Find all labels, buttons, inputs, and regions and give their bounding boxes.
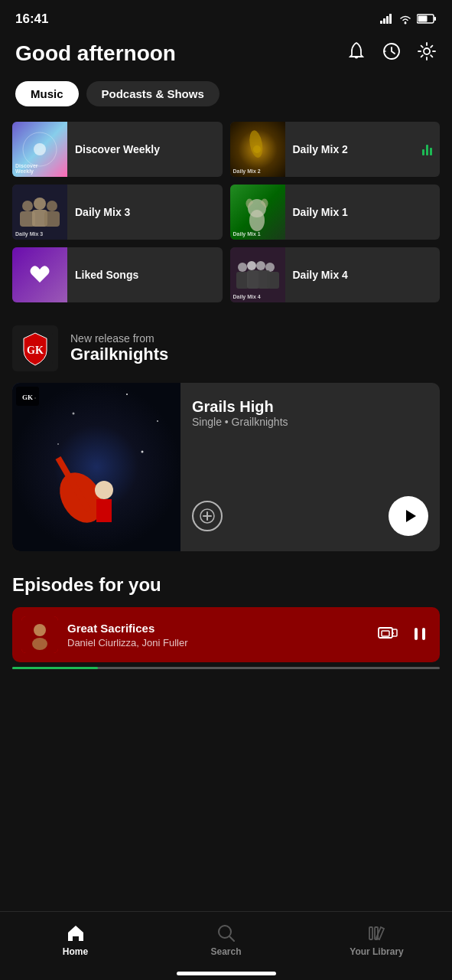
add-to-library-button[interactable] bbox=[192, 501, 223, 531]
playing-bar-1 bbox=[422, 149, 424, 155]
new-release-header: GK New release from Grailknights bbox=[0, 310, 452, 383]
episode-artist: Daniel Ciurlizza, Joni Fuller bbox=[67, 637, 368, 648]
svg-point-34 bbox=[73, 413, 75, 415]
svg-rect-60 bbox=[369, 927, 372, 939]
daily-mix-2-art bbox=[236, 129, 278, 171]
svg-point-12 bbox=[248, 129, 265, 158]
svg-rect-19 bbox=[44, 211, 60, 227]
svg-rect-6 bbox=[434, 17, 437, 21]
svg-point-50 bbox=[34, 624, 46, 636]
episode-art bbox=[21, 616, 58, 653]
art-daily-mix-4: Daily Mix 4 bbox=[230, 247, 285, 302]
svg-point-51 bbox=[32, 638, 47, 650]
tab-music[interactable]: Music bbox=[15, 81, 79, 106]
svg-rect-32 bbox=[12, 383, 180, 551]
grid-card-discover-weekly[interactable]: DiscoverWeekly Discover Weekly bbox=[12, 122, 223, 177]
grid-card-liked-songs[interactable]: Liked Songs bbox=[12, 247, 223, 302]
header: Good afternoon bbox=[0, 34, 452, 81]
art-daily-mix-3: Daily Mix 3 bbox=[12, 185, 67, 240]
nav-library[interactable]: Your Library bbox=[301, 920, 452, 961]
card-title-discover-weekly: Discover Weekly bbox=[67, 142, 223, 156]
episode-title: Great Sacrifices bbox=[67, 622, 368, 635]
grid-card-daily-mix-1[interactable]: Daily Mix 1 Daily Mix 1 bbox=[230, 185, 441, 240]
cast-button[interactable] bbox=[377, 623, 398, 647]
card-title-daily-mix-2: Daily Mix 2 bbox=[285, 142, 423, 156]
svg-rect-2 bbox=[386, 16, 389, 24]
svg-rect-57 bbox=[422, 628, 425, 640]
episode-card[interactable]: Great Sacrifices Daniel Ciurlizza, Joni … bbox=[12, 607, 440, 662]
svg-point-11 bbox=[34, 143, 46, 155]
svg-rect-7 bbox=[418, 16, 428, 22]
svg-rect-26 bbox=[236, 272, 249, 289]
card-title-daily-mix-4: Daily Mix 4 bbox=[285, 268, 441, 282]
svg-rect-27 bbox=[247, 270, 259, 289]
tab-podcasts[interactable]: Podcasts & Shows bbox=[86, 81, 219, 106]
daily-mix-1-art bbox=[236, 191, 278, 234]
release-art: GK bbox=[12, 383, 180, 551]
grailknights-logo: GK bbox=[16, 329, 54, 368]
status-icons bbox=[380, 14, 437, 24]
grid-card-daily-mix-4[interactable]: Daily Mix 4 Daily Mix 4 bbox=[230, 247, 441, 302]
svg-point-4 bbox=[405, 21, 407, 24]
play-icon bbox=[402, 508, 418, 524]
card-title-daily-mix-3: Daily Mix 3 bbox=[67, 205, 223, 219]
gear-icon bbox=[417, 41, 437, 61]
svg-point-24 bbox=[256, 261, 265, 270]
svg-point-13 bbox=[253, 145, 261, 153]
svg-rect-56 bbox=[415, 628, 418, 640]
cast-icon bbox=[377, 623, 398, 645]
svg-rect-1 bbox=[383, 18, 385, 24]
bell-icon bbox=[346, 41, 366, 61]
grid-card-daily-mix-2[interactable]: Daily Mix 2 Daily Mix 2 bbox=[230, 122, 441, 177]
pause-button[interactable] bbox=[409, 623, 431, 647]
playing-bar-3 bbox=[430, 148, 432, 155]
new-release-subtitle: New release from bbox=[70, 332, 168, 345]
pause-icon bbox=[409, 623, 431, 645]
wifi-icon bbox=[398, 14, 412, 24]
nav-home[interactable]: Home bbox=[0, 920, 151, 961]
svg-point-37 bbox=[57, 443, 59, 445]
episode-info: Great Sacrifices Daniel Ciurlizza, Joni … bbox=[67, 622, 368, 648]
heart-icon bbox=[28, 264, 51, 286]
notification-button[interactable] bbox=[346, 41, 366, 66]
svg-line-59 bbox=[229, 936, 234, 941]
playing-bar-2 bbox=[426, 145, 428, 155]
art-discover-weekly: DiscoverWeekly bbox=[12, 122, 67, 177]
clock-icon bbox=[382, 41, 402, 61]
svg-rect-53 bbox=[382, 631, 389, 636]
episode-thumbnail bbox=[21, 616, 58, 653]
bottom-nav: Home Search Your Library bbox=[0, 911, 452, 980]
play-button[interactable] bbox=[389, 496, 428, 536]
artist-logo: GK bbox=[12, 325, 58, 371]
settings-button[interactable] bbox=[417, 41, 437, 66]
release-info: Grails High Single • Grailknights bbox=[180, 383, 440, 551]
release-card[interactable]: GK Grails High Single • Grailknights bbox=[12, 383, 440, 551]
plus-icon bbox=[200, 508, 215, 524]
signal-icon bbox=[380, 14, 394, 24]
svg-point-16 bbox=[47, 201, 57, 211]
svg-rect-0 bbox=[380, 21, 382, 24]
header-icons bbox=[346, 41, 437, 66]
greeting-text: Good afternoon bbox=[15, 41, 176, 66]
art-daily-mix-1: Daily Mix 1 bbox=[230, 185, 285, 240]
svg-point-36 bbox=[157, 420, 158, 422]
episodes-section-title: Episodes for you bbox=[0, 567, 452, 607]
nav-search[interactable]: Search bbox=[151, 920, 301, 961]
battery-icon bbox=[417, 14, 437, 24]
release-album-art: GK bbox=[12, 383, 180, 551]
grid-card-daily-mix-3[interactable]: Daily Mix 3 Daily Mix 3 bbox=[12, 185, 223, 240]
status-time: 16:41 bbox=[15, 11, 48, 27]
episode-controls bbox=[377, 623, 431, 647]
art-label-discover: DiscoverWeekly bbox=[15, 163, 38, 174]
release-title: Grails High bbox=[192, 398, 428, 416]
art-label-daily1: Daily Mix 1 bbox=[233, 231, 261, 237]
svg-point-9 bbox=[424, 48, 430, 54]
svg-point-41 bbox=[95, 481, 113, 499]
new-release-text: New release from Grailknights bbox=[70, 332, 168, 364]
history-button[interactable] bbox=[382, 41, 402, 66]
svg-point-22 bbox=[238, 263, 247, 272]
card-title-liked-songs: Liked Songs bbox=[67, 268, 223, 282]
art-label-daily3: Daily Mix 3 bbox=[15, 231, 43, 237]
status-bar: 16:41 bbox=[0, 0, 452, 34]
svg-point-15 bbox=[34, 198, 46, 210]
